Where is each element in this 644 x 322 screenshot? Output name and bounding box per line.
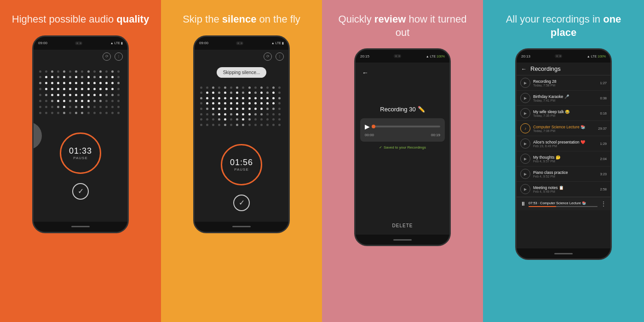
timer-label-2: PAUSE [234,167,249,172]
waveform-dot [272,124,275,126]
playback-controls: ▶ [365,123,440,130]
phone-3-camera [394,54,401,58]
recordings-back-button[interactable]: ← [521,66,527,72]
waveform-dot [75,106,77,108]
waveform-dot [39,70,41,73]
bottom-player-info: 07:53 · Computer Science Lecture 📚 [529,201,598,207]
waveform-dot [63,94,65,96]
waveform-dot [39,106,41,108]
waveform-dot [51,76,53,78]
rec-info: My thoughts 🤔 Feb 4, 9:57 PM [533,155,597,163]
waveform-dot [206,113,208,115]
home-indicator-2 [232,226,251,227]
progress-bar[interactable] [374,126,440,127]
list-item[interactable]: ♪ Computer Science Lecture 📚 Today, 7:06… [517,121,610,136]
waveform-dot [242,124,244,126]
waveform-dot [272,92,275,94]
done-button-2[interactable]: ✓ [233,195,250,211]
home-indicator-1 [71,226,90,227]
waveform-dot [99,76,102,78]
waveform-dot [242,108,244,110]
side-volume-button [34,122,42,150]
waveform-dot [212,124,214,126]
waveform-dot [260,97,263,99]
waveform-dot [93,88,96,90]
rec-duration: 0:16 [600,111,607,115]
waveform-dot [105,82,108,84]
waveform-dot [45,88,47,90]
list-item[interactable]: ▶ Alice's school presentation ❤️ Feb 19,… [517,136,610,151]
phone-3-time: 20:15 [360,54,369,58]
lte-icon: LTE [276,41,281,45]
more-icon: ⋮ [276,52,284,61]
panel-1-title: Highest possible audio quality [12,13,149,26]
delete-button[interactable]: DELETE [392,223,413,228]
rec-duration: 3:23 [600,172,607,176]
rec-date: Today, 7:58 PM [533,84,597,87]
time-current: 00:00 [365,133,374,137]
list-item[interactable]: ▶ My thoughts 🤔 Feb 4, 9:57 PM 2:04 [517,151,610,167]
waveform-dot [117,112,120,114]
waveform-dot [272,97,275,99]
list-item[interactable]: ▶ My wife sleep talk 😂 Today, 7:35 PM 0:… [517,106,610,121]
battery-icon: ▮ [121,41,123,45]
waveform-dot [206,118,208,121]
home-indicator-3 [393,239,412,241]
waveform-dot [93,106,96,108]
panel-1-bold: quality [116,13,149,25]
signal-icon: ▲ [587,55,590,58]
recordings-title: Recordings [530,65,561,72]
waveform-dot [75,88,77,90]
list-item[interactable]: ▶ Piano class practice Feb 4, 9:52 PM 3:… [517,167,610,182]
timer-label-1: PAUSE [73,156,88,160]
waveform-dot [212,97,214,99]
waveform-dot [224,86,226,89]
bottom-player[interactable]: ⏸ 07:53 · Computer Science Lecture 📚 ⋮ [517,197,610,210]
waveform-dot [236,86,238,89]
waveform-dot [57,106,59,108]
waveform-dot [105,76,108,78]
waveform-dot [51,82,53,84]
waveform-dot [278,86,281,89]
list-item[interactable]: ▶ Recording 28 Today, 7:58 PM 1:27 [517,75,610,91]
waveform-dot [248,86,251,89]
play-button[interactable]: ▶ [365,123,370,130]
waveform-dot [230,118,232,121]
waveform-dot [236,108,238,110]
waveform-dot [266,113,269,115]
more-options-icon[interactable]: ⋮ [600,200,607,207]
camera-dot [76,42,78,44]
phone-1-bottom-bar [34,222,127,232]
list-item[interactable]: ▶ Birthday Karaoke 🎤 Today, 7:41 PM 0:38 [517,91,610,106]
waveform-dot [87,106,90,108]
time-labels: 00:00 00:19 [365,133,440,137]
battery-icon: 100% [437,55,445,58]
waveform-dot [254,92,257,94]
lte-icon: LTE [591,55,597,58]
done-button-1[interactable]: ✓ [72,183,89,200]
phone-2-camera [236,41,243,45]
waveform-dot [218,113,220,115]
waveform-dot [105,94,108,96]
play-icon: ▶ [520,184,530,194]
list-item[interactable]: ▶ Meeting notes 📋 Feb 4, 9:49 PM 2:58 [517,182,610,197]
waveform-dot [254,102,257,104]
waveform-dot [93,100,96,102]
rec-date: Today, 7:41 PM [533,99,597,102]
waveform-dot [230,124,232,126]
waveform-dot [63,82,65,84]
waveform-dot [230,92,232,94]
rec-duration: 2:04 [600,157,607,161]
back-button[interactable]: ← [360,67,370,78]
edit-icon[interactable]: ✏️ [418,106,425,113]
timer-display-2: 01:56 [230,158,253,167]
waveform-dot [236,102,238,104]
timer-circle-2: 01:56 PAUSE [221,144,262,185]
waveform-dot [39,76,41,78]
phone-4-status-icons: ▲ LTE 100% [587,55,606,58]
waveform-dot [105,70,108,73]
pause-icon[interactable]: ⏸ [520,201,526,207]
rec-info: Computer Science Lecture 📚 Today, 7:06 P… [533,125,595,132]
waveform-dot [87,100,90,102]
waveform-dot [81,70,83,73]
